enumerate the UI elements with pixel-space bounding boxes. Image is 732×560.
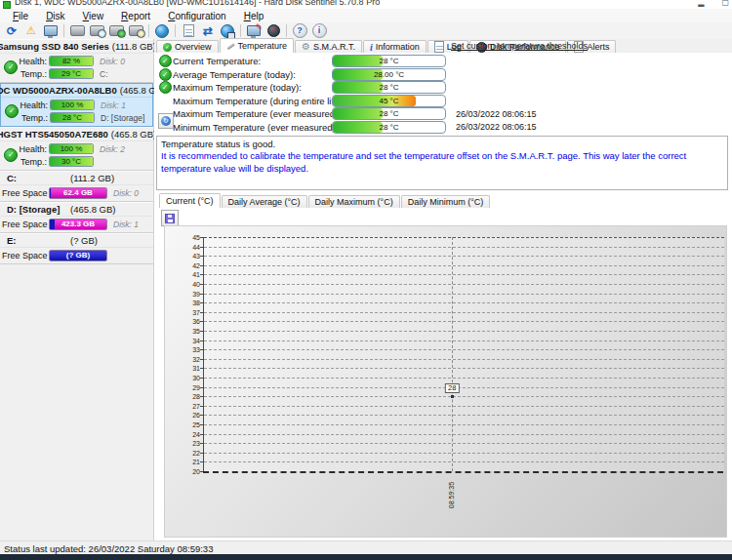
y-tick-label: 20 xyxy=(183,468,200,475)
partition-item[interactable]: E:(? GB)Free Space(? GB) xyxy=(0,233,153,264)
y-tick-label: 42 xyxy=(183,261,200,268)
disk-ok-icon: ✓ xyxy=(4,60,18,74)
tab-smart[interactable]: ⚙S.M.A.R.T. xyxy=(295,40,362,53)
reset-icon: ↻ xyxy=(161,116,171,126)
disk-check-icon xyxy=(109,25,124,36)
menu-item-disk[interactable]: Disk xyxy=(37,11,73,21)
toolbar-disk-clock-button[interactable] xyxy=(87,23,106,39)
toolbar-disk-check-button[interactable] xyxy=(106,23,126,39)
menu-item-configuration[interactable]: Configuration xyxy=(159,11,235,21)
tab-overview[interactable]: ✓Overview xyxy=(156,40,219,53)
health-value: 100 % xyxy=(51,100,94,109)
free-space-value: 423.3 GB xyxy=(50,220,106,229)
health-bar: 100 % xyxy=(49,143,94,154)
chart-plot: 4544434241403938373635343332313029282726… xyxy=(203,237,724,471)
y-tick-label: 31 xyxy=(183,365,200,372)
temperature-bar: 28 °C xyxy=(332,121,446,134)
toolbar-sync-button[interactable]: ⇄ xyxy=(198,23,218,39)
toolbar-world-button[interactable] xyxy=(152,23,172,39)
toolbar-remote-pen-button[interactable]: ✎ xyxy=(244,23,264,39)
health-value: 82 % xyxy=(50,57,93,65)
partition-item[interactable]: C:(111.2 GB)Free Space62.4 GBDisk: 0 xyxy=(0,171,153,202)
toolbar-monitor-settings-button[interactable] xyxy=(41,23,61,39)
toolbar-report-doc-button[interactable] xyxy=(179,23,198,39)
y-tick-label: 25 xyxy=(183,421,200,428)
tab-label: S.M.A.R.T. xyxy=(313,42,355,52)
gridline xyxy=(204,331,724,332)
reset-min-max-button[interactable]: ↻ xyxy=(158,113,174,129)
sidebar: Samsung SSD 840 Series(111.8 GB)✓Health:… xyxy=(0,39,154,540)
gridline xyxy=(204,415,724,416)
y-tick-label: 28 xyxy=(183,393,200,400)
subtab[interactable]: Current (°C) xyxy=(159,193,221,208)
y-tick-label: 44 xyxy=(183,243,200,250)
disk-item[interactable]: WDC WD5000AZRX-00A8LB0(465.8 GB)✓Health:… xyxy=(0,83,153,127)
disk-number: Disk: 1 xyxy=(113,220,139,229)
subtab[interactable]: Daily Minimum (°C) xyxy=(401,195,491,208)
disk-size: (465.8 GB) xyxy=(111,129,156,140)
free-space-bar: 423.3 GB xyxy=(49,219,107,230)
temp-value: 30 °C xyxy=(50,157,93,166)
menu-item-file[interactable]: File xyxy=(4,11,37,21)
performance-gauge-icon xyxy=(267,24,280,37)
partition-list: C:(111.2 GB)Free Space62.4 GBDisk: 0D: [… xyxy=(0,171,153,264)
subtab[interactable]: Daily Average (°C) xyxy=(222,195,307,208)
toolbar-network-button[interactable] xyxy=(218,23,237,39)
chart-x-axis xyxy=(203,471,723,473)
temperature-row: ✓Maximum Temperature (today):28 °C xyxy=(157,81,729,95)
gridline xyxy=(204,237,724,238)
set-thresholds-link[interactable]: Set custom temperature thresholds xyxy=(451,41,588,51)
toolbar-performance-gauge-button[interactable] xyxy=(264,23,283,39)
smart-icon: ⚙ xyxy=(302,42,310,52)
tab-label: Temperature xyxy=(238,41,288,51)
tab-information[interactable]: iInformation xyxy=(363,40,427,53)
tab-temperature[interactable]: Temperature xyxy=(220,38,295,53)
gridline xyxy=(204,294,724,295)
maximize-button[interactable]: ▢ xyxy=(721,0,729,7)
partition-size: (465.8 GB) xyxy=(70,204,115,215)
temperature-row: ✓Current Temperature:28 °C xyxy=(157,55,729,68)
toolbar-separator xyxy=(175,24,176,37)
network-icon xyxy=(221,24,234,38)
menu-item-report[interactable]: Report xyxy=(112,11,159,21)
y-tick-label: 35 xyxy=(183,328,200,335)
gridline xyxy=(204,396,724,397)
temp-bar: 30 °C xyxy=(49,156,94,167)
disk-item[interactable]: Samsung SSD 840 Series(111.8 GB)✓Health:… xyxy=(0,39,153,83)
toolbar-help-button[interactable]: ? xyxy=(290,23,309,39)
toolbar-info-button[interactable]: i xyxy=(309,23,329,39)
temperature-value: 28 °C xyxy=(333,56,445,66)
temperature-value: 28 °C xyxy=(333,122,445,133)
save-chart-button[interactable] xyxy=(161,210,179,226)
data-point-label: 28 xyxy=(445,383,459,393)
y-tick-label: 40 xyxy=(183,281,200,288)
toolbar-refresh-button[interactable]: ⟳ xyxy=(2,23,21,39)
toolbar-disk-search-button[interactable] xyxy=(126,23,145,39)
partition-item[interactable]: D: [Storage](465.8 GB)Free Space423.3 GB… xyxy=(0,202,153,233)
subtab[interactable]: Daily Maximum (°C) xyxy=(308,195,400,208)
x-gridline xyxy=(452,237,453,471)
toolbar-error-warning-button[interactable]: ⚠ xyxy=(21,23,41,39)
y-tick-label: 39 xyxy=(183,290,200,297)
y-tick-label: 41 xyxy=(183,271,200,278)
ok-icon: ✓ xyxy=(159,68,172,81)
partition-name: E: xyxy=(7,235,17,246)
error-warning-icon: ⚠ xyxy=(26,25,36,36)
info-icon: i xyxy=(312,23,327,38)
y-tick-label: 24 xyxy=(183,430,200,437)
toolbar-disk-info-button[interactable] xyxy=(67,23,87,39)
menu-item-help[interactable]: Help xyxy=(235,11,273,21)
gridline xyxy=(204,453,724,454)
temperature-icon xyxy=(225,42,234,50)
partition-name: C: xyxy=(7,173,17,183)
disk-number: Disk: 1 xyxy=(101,100,126,110)
y-tick-label: 43 xyxy=(183,253,200,260)
menu-item-view[interactable]: View xyxy=(74,11,113,21)
minimize-button[interactable]: ▂ xyxy=(698,0,704,7)
temperature-row-label: Current Temperature: xyxy=(173,56,332,66)
temperature-bar: 28 °C xyxy=(332,107,446,120)
disk-number: Disk: 0 xyxy=(113,188,139,198)
y-tick-label: 37 xyxy=(183,308,200,315)
disk-item[interactable]: HGST HTS545050A7E680(465.8 GB)✓Health:10… xyxy=(0,127,153,171)
gridline xyxy=(204,302,724,303)
